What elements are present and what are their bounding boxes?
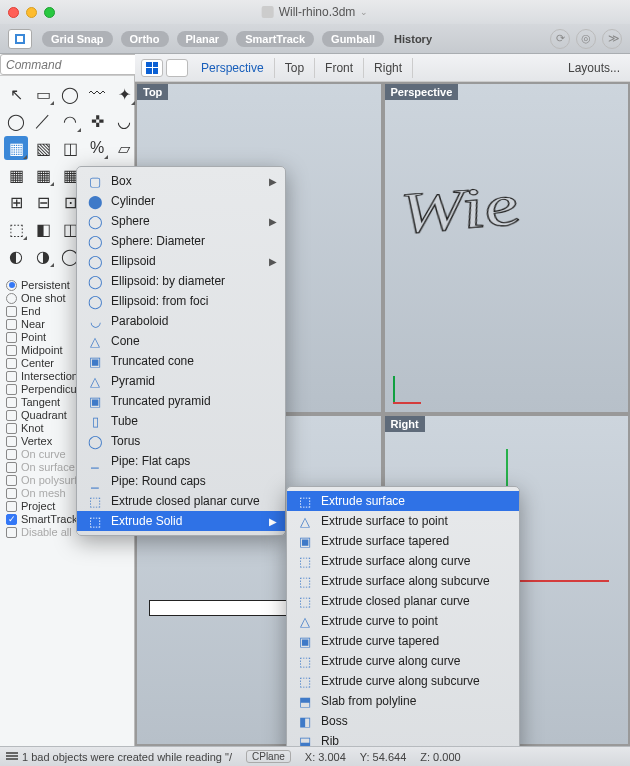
menu-item[interactable]: ◯Torus	[77, 431, 285, 451]
tool-button[interactable]: ⬚	[4, 217, 28, 241]
solid-context-menu[interactable]: ▢Box▶⬤Cylinder◯Sphere▶◯Sphere: Diameter◯…	[76, 166, 286, 536]
menu-item[interactable]: ◯Ellipsoid▶	[77, 251, 285, 271]
checkbox-icon[interactable]	[6, 371, 17, 382]
menu-item[interactable]: ◯Ellipsoid: by diameter	[77, 271, 285, 291]
menu-item[interactable]: ◯Ellipsoid: from foci	[77, 291, 285, 311]
toolbar-pill[interactable]: Gumball	[322, 31, 384, 47]
menu-item[interactable]: ▣Extrude surface tapered	[287, 531, 519, 551]
menu-item[interactable]: ◡Paraboloid	[77, 311, 285, 331]
layouts-menu[interactable]: Layouts...	[568, 61, 624, 75]
checkbox-icon[interactable]	[6, 358, 17, 369]
menu-item[interactable]: ▣Extrude curve tapered	[287, 631, 519, 651]
menu-item[interactable]: ⬚Extrude curve along subcurve	[287, 671, 519, 691]
menu-item[interactable]: △Cone	[77, 331, 285, 351]
view-tab[interactable]: Front	[315, 58, 364, 78]
view-tab[interactable]: Perspective	[191, 58, 275, 78]
layout-single-button[interactable]	[166, 59, 188, 77]
more-icon[interactable]: ≫	[602, 29, 622, 49]
menu-item[interactable]: ⬤Cylinder	[77, 191, 285, 211]
menu-icon[interactable]	[6, 752, 18, 762]
menu-item[interactable]: ▢Box▶	[77, 171, 285, 191]
tool-button[interactable]: ✦	[112, 82, 136, 106]
tool-button[interactable]: ／	[31, 109, 55, 133]
tool-button[interactable]: ◧	[31, 217, 55, 241]
checkbox-icon[interactable]	[6, 514, 17, 525]
tool-button[interactable]: ◑	[31, 244, 55, 268]
menu-item[interactable]: ▯Tube	[77, 411, 285, 431]
menu-item[interactable]: △Extrude curve to point	[287, 611, 519, 631]
menu-item[interactable]: ▣Truncated pyramid	[77, 391, 285, 411]
checkbox-icon[interactable]	[6, 527, 17, 538]
radio-icon[interactable]	[6, 280, 17, 291]
tool-button[interactable]: ◯	[58, 82, 82, 106]
cplane-selector[interactable]: CPlane	[246, 750, 291, 763]
checkbox-icon[interactable]	[6, 488, 17, 499]
menu-item[interactable]: ⬚Extrude surface along curve	[287, 551, 519, 571]
layout-grid-button[interactable]	[141, 59, 163, 77]
checkbox-icon[interactable]	[6, 397, 17, 408]
tool-button[interactable]: ↖	[4, 82, 28, 106]
tool-button[interactable]: ✜	[85, 109, 109, 133]
checkbox-icon[interactable]	[6, 449, 17, 460]
menu-item[interactable]: ⬒Slab from polyline	[287, 691, 519, 711]
checkbox-icon[interactable]	[6, 475, 17, 486]
tool-button[interactable]: ▦	[31, 163, 55, 187]
menu-item[interactable]: ◧Boss	[287, 711, 519, 731]
menu-item[interactable]: ⬚Extrude surface	[287, 491, 519, 511]
toolbar-pill[interactable]: Grid Snap	[42, 31, 113, 47]
checkbox-icon[interactable]	[6, 306, 17, 317]
checkbox-icon[interactable]	[6, 410, 17, 421]
checkbox-icon[interactable]	[6, 345, 17, 356]
tool-button[interactable]: ▱	[112, 136, 136, 160]
menu-item[interactable]: ⬚Extrude surface along subcurve	[287, 571, 519, 591]
sync-icon[interactable]: ⟳	[550, 29, 570, 49]
tool-button[interactable]: 〰	[85, 82, 109, 106]
zoom-icon[interactable]	[44, 7, 55, 18]
tool-button[interactable]: ◠	[58, 109, 82, 133]
checkbox-icon[interactable]	[6, 462, 17, 473]
tool-button[interactable]: ▦	[4, 136, 28, 160]
toolbar-pill[interactable]: SmartTrack	[236, 31, 314, 47]
tool-button[interactable]: ⊞	[4, 190, 28, 214]
radio-icon[interactable]	[6, 293, 17, 304]
checkbox-icon[interactable]	[6, 501, 17, 512]
tool-button[interactable]: ◐	[4, 244, 28, 268]
view-tab[interactable]: Right	[364, 58, 413, 78]
tool-button[interactable]: ◯	[4, 109, 28, 133]
close-icon[interactable]	[8, 7, 19, 18]
menu-item[interactable]: ⬚Extrude closed planar curve	[287, 591, 519, 611]
minimize-icon[interactable]	[26, 7, 37, 18]
toolbar-pill[interactable]: Ortho	[121, 31, 169, 47]
tool-button[interactable]: ◡	[112, 109, 136, 133]
menu-item[interactable]: ◯Sphere: Diameter	[77, 231, 285, 251]
menu-item[interactable]: ⎯Pipe: Flat caps	[77, 451, 285, 471]
toolbar-pill[interactable]: Planar	[177, 31, 229, 47]
menu-item-label: Extrude Solid	[111, 514, 182, 528]
checkbox-icon[interactable]	[6, 384, 17, 395]
record-icon[interactable]: ◎	[576, 29, 596, 49]
tool-button[interactable]: ◫	[58, 136, 82, 160]
tool-button[interactable]: ▧	[31, 136, 55, 160]
menu-item[interactable]: ⎯Pipe: Round caps	[77, 471, 285, 491]
sidebar-toggle[interactable]	[8, 29, 32, 49]
tool-button[interactable]: ⊟	[31, 190, 55, 214]
menu-item[interactable]: ▣Truncated cone	[77, 351, 285, 371]
menu-item[interactable]: ⬚Extrude Solid▶	[77, 511, 285, 531]
menu-item[interactable]: △Pyramid	[77, 371, 285, 391]
tool-button[interactable]: %	[85, 136, 109, 160]
menu-item[interactable]: △Extrude surface to point	[287, 511, 519, 531]
menu-item[interactable]: ◯Sphere▶	[77, 211, 285, 231]
tool-button[interactable]: ▭	[31, 82, 55, 106]
tool-button[interactable]: ▦	[4, 163, 28, 187]
menu-item[interactable]: ⬚Extrude closed planar curve	[77, 491, 285, 511]
menu-item-label: Slab from polyline	[321, 694, 416, 708]
history-label[interactable]: History	[394, 33, 432, 45]
checkbox-icon[interactable]	[6, 319, 17, 330]
checkbox-icon[interactable]	[6, 423, 17, 434]
checkbox-icon[interactable]	[6, 332, 17, 343]
viewport-perspective[interactable]: Perspective Wie	[385, 84, 629, 412]
view-tab[interactable]: Top	[275, 58, 315, 78]
checkbox-icon[interactable]	[6, 436, 17, 447]
extrude-solid-submenu[interactable]: ⬚Extrude surface△Extrude surface to poin…	[286, 486, 520, 756]
menu-item[interactable]: ⬚Extrude curve along curve	[287, 651, 519, 671]
